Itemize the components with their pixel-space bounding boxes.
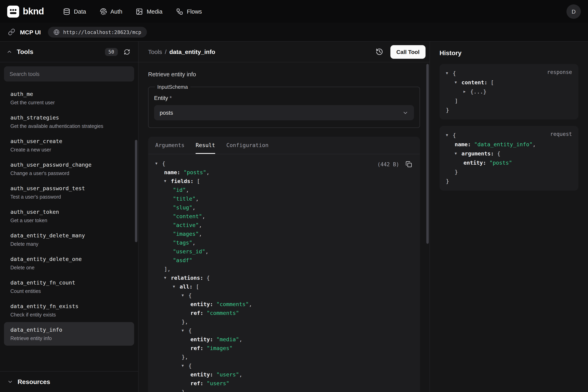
json-token: {	[189, 361, 192, 370]
tab-result[interactable]: Result	[196, 137, 215, 154]
json-token: entity:	[191, 300, 216, 308]
tool-list-item[interactable]: data_entity_delete_oneDelete one	[4, 251, 134, 275]
json-line: entity: "media",	[155, 335, 413, 344]
tab-configuration[interactable]: Configuration	[226, 137, 268, 154]
json-token: "users"	[216, 370, 239, 379]
globe-icon	[53, 29, 59, 35]
refresh-tools-button[interactable]	[122, 47, 132, 56]
caret-down-icon[interactable]: ▼	[155, 159, 162, 168]
entity-select-value: posts	[160, 110, 173, 116]
history-button[interactable]	[374, 46, 385, 57]
tool-name: data_entity_info	[10, 326, 128, 334]
json-token: entity:	[463, 158, 489, 168]
tool-name: data_entity_delete_one	[10, 255, 128, 263]
caret-down-icon[interactable]: ▼	[455, 149, 461, 158]
call-tool-button[interactable]: Call Tool	[391, 45, 425, 58]
nav-item-flows[interactable]: Flows	[176, 8, 202, 15]
caret-down-icon[interactable]: ▼	[173, 282, 180, 291]
json-line: ▼{	[155, 326, 413, 335]
json-token: ],	[164, 264, 171, 273]
json-token: {	[189, 291, 192, 300]
tool-list-item[interactable]: data_entity_infoRetrieve entity info	[4, 322, 134, 346]
nav-item-auth[interactable]: Auth	[100, 8, 122, 15]
json-line: },	[155, 317, 413, 326]
copy-result-button[interactable]	[404, 160, 413, 169]
tool-name: auth_user_create	[10, 138, 128, 145]
json-token: ,	[196, 194, 199, 203]
caret-down-icon[interactable]: ▼	[182, 326, 189, 335]
breadcrumb: Tools / data_entity_info	[148, 48, 215, 55]
json-line: }	[446, 168, 572, 176]
tool-list-item[interactable]: auth_user_password_changeChange a user's…	[4, 157, 134, 180]
result-json-view: (442 B) ▼{name: "posts",▼fields: ["id","…	[148, 154, 420, 392]
json-line: ▼{	[155, 291, 413, 300]
json-line: }	[446, 176, 572, 186]
tools-title: Tools	[17, 48, 33, 55]
history-card-response[interactable]: response ▼{▼content: [▶{...}]}	[439, 64, 579, 120]
history-clock-icon	[376, 48, 383, 56]
json-token: all:	[180, 282, 196, 291]
history-title: History	[439, 50, 579, 57]
nav-item-data[interactable]: Data	[63, 8, 86, 15]
tools-section-header[interactable]: Tools 50	[0, 42, 138, 62]
json-line: entity: "posts"	[446, 158, 572, 168]
entity-select[interactable]: posts	[154, 105, 414, 120]
resources-section-header[interactable]: Resources	[0, 371, 138, 392]
image-icon	[136, 8, 143, 15]
tool-name: auth_me	[10, 90, 128, 98]
chevron-up-icon[interactable]	[6, 49, 12, 55]
caret-down-icon[interactable]: ▼	[446, 131, 453, 140]
main-scrollbar[interactable]	[426, 64, 429, 244]
json-token: }	[446, 106, 449, 115]
json-token: "data_entity_info"	[474, 140, 533, 149]
link-icon	[8, 28, 15, 36]
caret-down-icon[interactable]: ▼	[182, 361, 189, 370]
tool-list-item[interactable]: auth_user_createCreate a new user	[4, 134, 134, 157]
nav-item-media[interactable]: Media	[136, 8, 163, 15]
caret-down-icon[interactable]: ▼	[164, 273, 171, 282]
json-line: "tags",	[155, 238, 413, 247]
json-token: "title"	[173, 194, 196, 203]
search-tools-input[interactable]	[4, 66, 134, 82]
tools-count-badge: 50	[105, 48, 118, 56]
history-response-json: ▼{▼content: [▶{...}]}	[446, 69, 572, 115]
caret-down-icon[interactable]: ▼	[455, 78, 461, 87]
tool-list-item[interactable]: auth_user_tokenGet a user token	[4, 204, 134, 228]
caret-right-icon[interactable]: ▶	[463, 87, 470, 96]
json-token: ,	[186, 186, 189, 194]
json-token: content:	[461, 78, 491, 87]
json-token: "slug"	[173, 203, 193, 212]
tool-list-item[interactable]: auth_user_password_testTest a user's pas…	[4, 180, 134, 204]
tool-list-item[interactable]: auth_meGet the current user	[4, 86, 134, 110]
breadcrumb-parent[interactable]: Tools	[148, 48, 162, 55]
json-token: "images"	[173, 229, 199, 238]
json-token: fields:	[171, 176, 197, 186]
mcp-url-pill[interactable]: http://localhost:28623/mcp	[48, 26, 147, 37]
chevron-down-icon	[402, 110, 408, 116]
caret-down-icon[interactable]: ▼	[446, 69, 453, 78]
tool-name: auth_user_token	[10, 208, 128, 216]
nav-item-label: Media	[147, 8, 163, 14]
json-token: "active"	[173, 220, 199, 229]
caret-down-icon[interactable]: ▼	[182, 291, 189, 300]
user-avatar[interactable]: D	[567, 4, 581, 18]
tool-list-item[interactable]: data_entity_fn_countCount entities	[4, 275, 134, 298]
tool-list-item[interactable]: data_entity_fn_existsCheck if entity exi…	[4, 298, 134, 322]
brand[interactable]: bknd	[7, 6, 44, 18]
caret-down-icon[interactable]: ▼	[164, 176, 171, 186]
main-body: Retrieve entity info InputSchema Entity …	[139, 62, 429, 392]
history-card-request[interactable]: request ▼{name: "data_entity_info",▼argu…	[439, 126, 579, 190]
tool-description: Count entities	[10, 288, 128, 294]
tool-list-item[interactable]: auth_strategiesGet the available authent…	[4, 110, 134, 134]
json-line: entity: "users",	[155, 370, 413, 379]
json-token: {	[162, 159, 165, 168]
tool-list-item[interactable]: data_entity_delete_manyDelete many	[4, 228, 134, 251]
json-token: ,	[533, 140, 536, 149]
resources-title: Resources	[17, 378, 50, 386]
tab-arguments[interactable]: Arguments	[155, 137, 185, 154]
json-line: }	[446, 106, 572, 115]
tool-description: Change a user's password	[10, 170, 128, 176]
json-token: ref:	[191, 308, 206, 317]
nav-item-label: Data	[74, 8, 86, 14]
sidebar-scrollbar[interactable]	[135, 140, 137, 242]
